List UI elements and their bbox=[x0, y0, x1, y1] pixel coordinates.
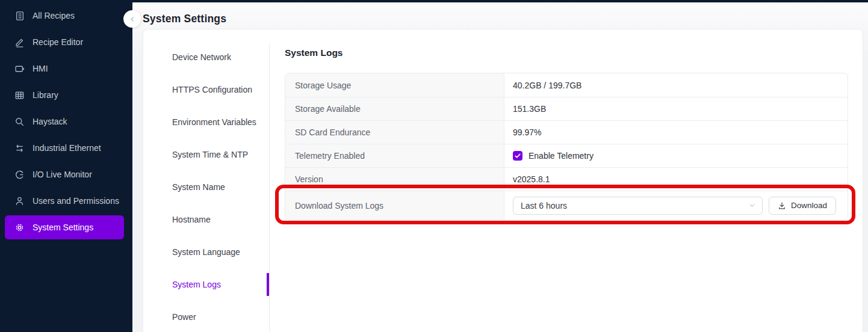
sidebar-item-recipe-editor[interactable]: Recipe Editor bbox=[0, 29, 132, 55]
sidebar-item-io-live-monitor[interactable]: I/O Live Monitor bbox=[0, 161, 132, 188]
monitor-icon bbox=[14, 64, 25, 74]
log-range-select[interactable]: Last 6 hours bbox=[513, 197, 763, 215]
sidebar-item-library[interactable]: Library bbox=[0, 82, 132, 108]
checkmark-icon bbox=[514, 152, 521, 159]
sidebar-collapse-button[interactable] bbox=[123, 10, 141, 28]
settings-nav-label: System Time & NTP bbox=[172, 150, 248, 159]
top-accent-bar bbox=[0, 0, 868, 2]
chevron-down-icon bbox=[748, 201, 756, 209]
settings-card: Device Network HTTPS Configuration Envir… bbox=[143, 29, 863, 332]
table-row-telemetry-enabled: Telemetry Enabled Enable Telemetry bbox=[285, 144, 848, 167]
sidebar-item-haystack[interactable]: Haystack bbox=[0, 108, 132, 135]
table-row-download-system-logs: Download System Logs Last 6 hours bbox=[285, 191, 848, 220]
settings-nav-device-network[interactable]: Device Network bbox=[143, 41, 270, 73]
settings-nav-label: HTTPS Configuration bbox=[172, 85, 252, 94]
row-label: Storage Usage bbox=[285, 73, 504, 97]
swap-arrows-icon bbox=[14, 143, 25, 153]
app-sidebar: All Recipes Recipe Editor HMI Library bbox=[0, 0, 132, 332]
row-value: 99.97% bbox=[504, 121, 848, 144]
active-indicator-bar bbox=[267, 273, 269, 296]
sidebar-item-label: Users and Permissions bbox=[33, 196, 119, 206]
row-label: Telemetry Enabled bbox=[285, 144, 504, 167]
settings-nav-system-time-ntp[interactable]: System Time & NTP bbox=[143, 138, 270, 171]
pencil-icon bbox=[14, 37, 25, 48]
settings-nav-power[interactable]: Power bbox=[143, 301, 270, 332]
table-row-storage-available: Storage Available 151.3GB bbox=[285, 97, 848, 120]
settings-nav-system-logs[interactable]: System Logs bbox=[143, 268, 270, 301]
user-icon bbox=[14, 196, 25, 206]
sidebar-item-label: HMI bbox=[33, 64, 48, 73]
row-value: Last 6 hours bbox=[504, 191, 848, 220]
settings-nav-label: Device Network bbox=[172, 52, 231, 62]
sidebar-item-hmi[interactable]: HMI bbox=[0, 55, 132, 82]
sidebar-item-system-settings[interactable]: System Settings bbox=[5, 215, 124, 239]
settings-nav-label: System Language bbox=[172, 247, 240, 257]
settings-nav-label: System Name bbox=[172, 182, 225, 192]
download-button[interactable]: Download bbox=[769, 197, 836, 215]
section-title: System Logs bbox=[285, 48, 343, 58]
settings-nav-label: System Logs bbox=[172, 280, 221, 289]
system-logs-table: Storage Usage 40.2GB / 199.7GB Storage A… bbox=[285, 73, 848, 220]
sidebar-item-label: System Settings bbox=[33, 223, 93, 232]
settings-nav-https-configuration[interactable]: HTTPS Configuration bbox=[143, 73, 270, 106]
log-range-select-value: Last 6 hours bbox=[521, 201, 567, 211]
sidebar-item-label: All Recipes bbox=[33, 11, 75, 20]
sidebar-item-label: Haystack bbox=[33, 117, 67, 126]
gauge-icon bbox=[14, 170, 25, 180]
gear-icon bbox=[14, 223, 25, 233]
chevron-left-icon bbox=[128, 15, 137, 23]
settings-nav: Device Network HTTPS Configuration Envir… bbox=[143, 41, 270, 332]
telemetry-checkbox-label: Enable Telemetry bbox=[529, 151, 594, 161]
sidebar-item-industrial-ethernet[interactable]: Industrial Ethernet bbox=[0, 135, 132, 161]
settings-nav-label: Hostname bbox=[172, 215, 211, 224]
sidebar-item-label: Library bbox=[33, 90, 58, 100]
table-row-storage-usage: Storage Usage 40.2GB / 199.7GB bbox=[285, 73, 848, 97]
row-label: Version bbox=[285, 168, 504, 191]
row-label: Download System Logs bbox=[285, 191, 504, 220]
sidebar-item-users-permissions[interactable]: Users and Permissions bbox=[0, 188, 132, 214]
sidebar-item-all-recipes[interactable]: All Recipes bbox=[0, 2, 132, 29]
grid-icon bbox=[14, 90, 25, 100]
telemetry-checkbox[interactable] bbox=[513, 151, 522, 161]
recipes-icon bbox=[14, 11, 25, 21]
settings-nav-hostname[interactable]: Hostname bbox=[143, 203, 270, 236]
download-icon bbox=[778, 201, 786, 210]
settings-nav-system-name[interactable]: System Name bbox=[143, 171, 270, 203]
settings-nav-system-language[interactable]: System Language bbox=[143, 236, 270, 268]
sidebar-item-label: Industrial Ethernet bbox=[33, 143, 101, 153]
main-area: System Settings Device Network HTTPS Con… bbox=[132, 2, 868, 332]
settings-nav-environment-variables[interactable]: Environment Variables bbox=[143, 106, 270, 138]
table-row-version: Version v2025.8.1 bbox=[285, 167, 848, 191]
row-value: Enable Telemetry bbox=[504, 144, 848, 167]
sidebar-item-label: Recipe Editor bbox=[33, 37, 83, 47]
search-icon bbox=[14, 117, 25, 127]
settings-nav-label: Environment Variables bbox=[172, 117, 256, 127]
row-label: Storage Available bbox=[285, 97, 504, 120]
row-value: 40.2GB / 199.7GB bbox=[504, 73, 848, 97]
settings-nav-label: Power bbox=[172, 312, 196, 322]
row-value: 151.3GB bbox=[504, 97, 848, 120]
table-row-sd-card-endurance: SD Card Endurance 99.97% bbox=[285, 120, 848, 144]
row-value: v2025.8.1 bbox=[504, 168, 848, 191]
page-title: System Settings bbox=[143, 13, 226, 25]
download-button-label: Download bbox=[791, 201, 827, 210]
sidebar-item-label: I/O Live Monitor bbox=[33, 170, 92, 179]
row-label: SD Card Endurance bbox=[285, 121, 504, 144]
